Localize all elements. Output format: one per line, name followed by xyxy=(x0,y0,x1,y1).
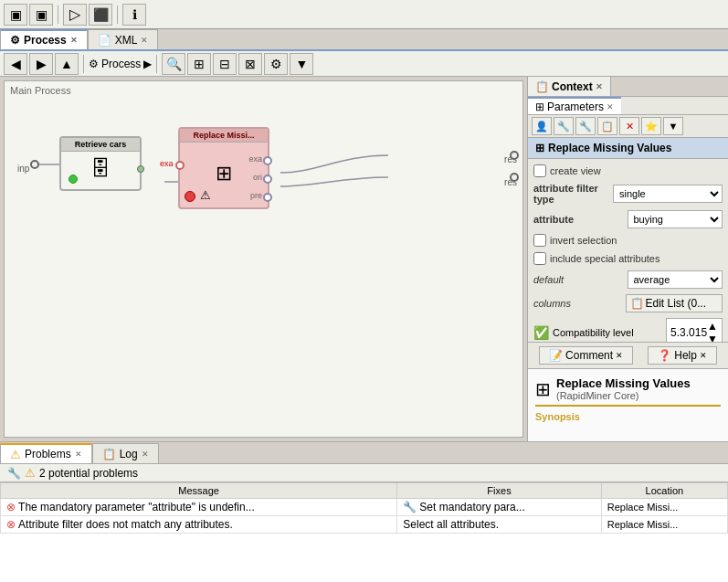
top-toolbar: ▣ ▣ ▷ ⬛ ℹ xyxy=(0,0,728,29)
compat-label: Compatibility level xyxy=(553,327,662,338)
problems-header: 🔧 ⚠ 2 potential problems xyxy=(0,464,728,482)
breadcrumb-arrow: ▶ xyxy=(143,58,152,70)
process-tab-close[interactable]: ✕ xyxy=(70,36,78,45)
tab-xml[interactable]: 📄 XML ✕ xyxy=(88,29,159,49)
edit-list-label: Edit List (0... xyxy=(646,297,707,310)
error-icon-2: ⊗ xyxy=(6,518,16,531)
invert-selection-checkbox[interactable] xyxy=(533,234,546,247)
params-btn-user[interactable]: 👤 xyxy=(532,117,552,135)
params-btn-dropdown[interactable]: ▼ xyxy=(663,117,683,135)
toolbar-btn-2[interactable]: ▣ xyxy=(29,4,53,26)
comment-btn-label: Comment xyxy=(565,349,613,362)
replace-exa-out-label: exa xyxy=(248,154,262,164)
tab-problems[interactable]: ⚠ Problems ✕ xyxy=(0,443,92,463)
comment-btn-close[interactable]: ✕ xyxy=(616,351,623,360)
grid-btn[interactable]: ⊟ xyxy=(213,53,237,75)
compat-down-arrow[interactable]: ▼ xyxy=(707,333,718,342)
params-btn-edit2[interactable]: 🔧 xyxy=(575,117,596,135)
compat-up-arrow[interactable]: ▲ xyxy=(707,320,718,333)
canvas-label: Main Process xyxy=(5,81,522,100)
breadcrumb: ⚙ Process ▶ xyxy=(89,58,152,70)
problem-1-location: Replace Missi... xyxy=(601,499,727,516)
retrieve-node-icon: 🗄 xyxy=(90,157,111,181)
params-header-title: Replace Missing Values xyxy=(548,142,671,154)
filter-type-select[interactable]: single all subset regular_expression xyxy=(613,185,723,203)
help-icon: ❓ xyxy=(658,349,671,362)
compat-ok-icon: ✅ xyxy=(533,325,549,340)
params-btn-edit1[interactable]: 🔧 xyxy=(554,117,574,135)
canvas[interactable]: Main Process inp res res xyxy=(4,80,523,438)
separator-3 xyxy=(83,55,84,73)
nav-forward-btn[interactable]: ▶ xyxy=(29,53,53,75)
problem-2-location: Replace Missi... xyxy=(601,516,727,534)
replace-pre-out-label: pre xyxy=(250,191,262,200)
include-special-checkbox[interactable] xyxy=(533,252,546,265)
nav-up-btn[interactable]: ▲ xyxy=(55,53,79,75)
param-attribute-row: attribute buying xyxy=(533,210,723,228)
tab-log[interactable]: 📋 Log ✕ xyxy=(92,443,159,463)
help-node-icon: ⊞ xyxy=(535,378,551,400)
separator-4 xyxy=(156,55,157,73)
problems-tbody: ⊗ The mandatory parameter "attribute" is… xyxy=(1,499,728,534)
problem-row-2: ⊗ Attribute filter does not match any at… xyxy=(1,516,728,534)
process-breadcrumb-label: Process xyxy=(101,58,141,70)
help-title: Replace Missing Values xyxy=(556,376,691,390)
param-create-view-row: create view xyxy=(533,164,723,177)
xml-tab-close[interactable]: ✕ xyxy=(141,36,148,45)
problems-count: 2 potential problems xyxy=(39,467,138,480)
comment-btn[interactable]: 📝 Comment ✕ xyxy=(539,346,633,365)
canvas-inp-port xyxy=(30,160,39,169)
replace-pre-out-port xyxy=(263,193,272,202)
node-replace-missing[interactable]: Replace Missi... ⊞ exa exa ori xyxy=(178,127,269,209)
tab-process[interactable]: ⚙ Process ✕ xyxy=(0,29,88,49)
help-btn-close[interactable]: ✕ xyxy=(700,351,707,360)
include-special-label: include special attributes xyxy=(550,253,723,264)
sub-tab-params[interactable]: ⊞ Parameters ✕ xyxy=(528,97,621,114)
snap-btn[interactable]: ⊠ xyxy=(238,53,262,75)
context-tab-close[interactable]: ✕ xyxy=(596,82,603,91)
edit-list-icon: 📋 xyxy=(630,297,644,310)
edit-list-btn[interactable]: 📋 Edit List (0... xyxy=(626,294,723,312)
fit-btn[interactable]: ⊞ xyxy=(187,53,211,75)
params-btn-edit3[interactable]: 📋 xyxy=(597,117,617,135)
problems-tab-close[interactable]: ✕ xyxy=(75,450,82,459)
problems-table: Message Fixes Location ⊗ The mandatory p… xyxy=(0,482,728,582)
compat-version: 5.3.015 xyxy=(670,326,707,339)
param-invert-row: invert selection xyxy=(533,234,723,247)
log-tab-close[interactable]: ✕ xyxy=(142,450,149,459)
log-tab-label: Log xyxy=(120,448,138,460)
tab-context[interactable]: 📋 Context ✕ xyxy=(528,77,611,96)
create-view-label: create view xyxy=(550,165,723,176)
params-btn-delete[interactable]: ✕ xyxy=(619,117,639,135)
replace-node-icon: ⊞ xyxy=(216,162,232,185)
params-btn-star[interactable]: ⭐ xyxy=(641,117,661,135)
param-default-row: default average minimum maximum zero xyxy=(533,270,723,289)
settings-btn[interactable]: ⚙ xyxy=(264,53,288,75)
help-btn[interactable]: ❓ Help ✕ xyxy=(648,346,717,365)
separator-1 xyxy=(58,5,58,24)
attribute-select[interactable]: buying xyxy=(628,210,723,228)
toolbar-btn-4[interactable]: ⬛ xyxy=(89,4,112,26)
problem-1-fixes: 🔧 Set mandatory para... xyxy=(397,499,601,516)
replace-node-body: ⊞ exa exa ori pre xyxy=(180,143,268,205)
nav-back-btn[interactable]: ◀ xyxy=(4,53,27,75)
fix-icon-1: 🔧 xyxy=(403,501,417,513)
create-view-checkbox[interactable] xyxy=(533,164,546,177)
toolbar-btn-1[interactable]: ▣ xyxy=(4,4,27,26)
filter-type-label: attribute filter type xyxy=(533,183,609,205)
compat-arrows[interactable]: ▲ ▼ xyxy=(707,320,718,342)
problems-data-table: Message Fixes Location ⊗ The mandatory p… xyxy=(0,482,728,534)
help-subtitle: (RapidMiner Core) xyxy=(556,390,691,401)
toolbar-btn-info[interactable]: ℹ xyxy=(122,4,146,26)
replace-exa-in-port xyxy=(175,161,185,170)
extra-btn[interactable]: ▼ xyxy=(290,53,313,75)
retrieve-out-port xyxy=(137,165,144,173)
node-retrieve-cars[interactable]: Retrieve cars 🗄 xyxy=(59,136,142,191)
help-header: ⊞ Replace Missing Values (RapidMiner Cor… xyxy=(535,376,721,401)
process-tab-icon: ⚙ xyxy=(10,34,20,47)
toolbar-btn-3[interactable]: ▷ xyxy=(63,4,87,26)
params-tab-close[interactable]: ✕ xyxy=(607,102,614,111)
zoom-btn[interactable]: 🔍 xyxy=(162,53,185,75)
bottom-tab-bar: ⚠ Problems ✕ 📋 Log ✕ xyxy=(0,441,728,463)
default-select[interactable]: average minimum maximum zero xyxy=(628,270,723,289)
